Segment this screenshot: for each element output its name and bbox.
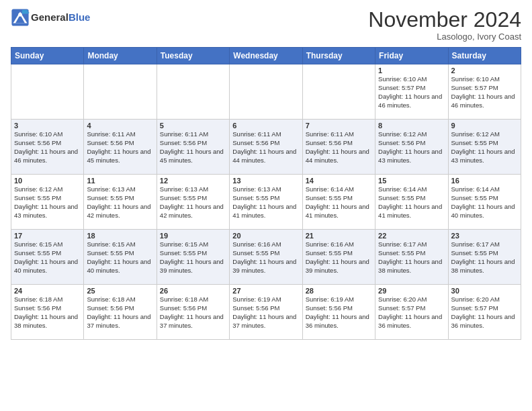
- calendar-cell: 3Sunrise: 6:10 AMSunset: 5:56 PMDaylight…: [11, 120, 84, 175]
- calendar-cell: 2Sunrise: 6:10 AMSunset: 5:57 PMDaylight…: [448, 64, 521, 120]
- calendar-cell: [230, 64, 302, 120]
- day-number: 10: [14, 177, 81, 185]
- calendar-cell: 6Sunrise: 6:11 AMSunset: 5:56 PMDaylight…: [230, 120, 302, 175]
- calendar-cell: [84, 64, 157, 120]
- calendar-cell: 23Sunrise: 6:17 AMSunset: 5:55 PMDayligh…: [448, 230, 521, 285]
- calendar-cell: 19Sunrise: 6:15 AMSunset: 5:55 PMDayligh…: [157, 230, 229, 285]
- day-number: 7: [306, 122, 372, 130]
- day-number: 6: [232, 122, 299, 130]
- calendar-cell: 20Sunrise: 6:16 AMSunset: 5:55 PMDayligh…: [230, 230, 302, 285]
- calendar-week-row: 1Sunrise: 6:10 AMSunset: 5:57 PMDaylight…: [11, 64, 521, 120]
- calendar-cell: 10Sunrise: 6:12 AMSunset: 5:55 PMDayligh…: [11, 175, 84, 230]
- calendar-cell: 11Sunrise: 6:13 AMSunset: 5:55 PMDayligh…: [84, 175, 157, 230]
- calendar-cell: 24Sunrise: 6:18 AMSunset: 5:56 PMDayligh…: [11, 285, 84, 340]
- day-info: Sunrise: 6:11 AMSunset: 5:56 PMDaylight:…: [306, 130, 372, 165]
- day-info: Sunrise: 6:14 AMSunset: 5:55 PMDaylight:…: [378, 185, 445, 220]
- day-info: Sunrise: 6:14 AMSunset: 5:55 PMDaylight:…: [306, 185, 372, 220]
- logo-icon: [11, 8, 30, 27]
- day-info: Sunrise: 6:15 AMSunset: 5:55 PMDaylight:…: [87, 240, 153, 275]
- day-info: Sunrise: 6:13 AMSunset: 5:55 PMDaylight:…: [232, 185, 299, 220]
- day-number: 22: [378, 232, 445, 240]
- day-info: Sunrise: 6:12 AMSunset: 5:55 PMDaylight:…: [14, 185, 81, 220]
- day-number: 8: [378, 122, 445, 130]
- day-number: 27: [232, 287, 299, 295]
- logo-text: GeneralBlue: [31, 11, 90, 24]
- logo: GeneralBlue: [11, 8, 90, 27]
- day-info: Sunrise: 6:19 AMSunset: 5:56 PMDaylight:…: [306, 295, 372, 330]
- calendar-cell: 1Sunrise: 6:10 AMSunset: 5:57 PMDaylight…: [375, 64, 448, 120]
- day-info: Sunrise: 6:10 AMSunset: 5:57 PMDaylight:…: [378, 75, 445, 109]
- day-number: 5: [160, 122, 226, 130]
- calendar-cell: 17Sunrise: 6:15 AMSunset: 5:55 PMDayligh…: [11, 230, 84, 285]
- calendar-cell: 13Sunrise: 6:13 AMSunset: 5:55 PMDayligh…: [230, 175, 302, 230]
- day-number: 15: [378, 177, 445, 185]
- location-subtitle: Lasologo, Ivory Coast: [368, 32, 521, 42]
- day-info: Sunrise: 6:12 AMSunset: 5:55 PMDaylight:…: [451, 130, 518, 165]
- day-number: 12: [160, 177, 226, 185]
- calendar-cell: 29Sunrise: 6:20 AMSunset: 5:57 PMDayligh…: [375, 285, 448, 340]
- day-number: 21: [306, 232, 372, 240]
- calendar-cell: 26Sunrise: 6:18 AMSunset: 5:56 PMDayligh…: [157, 285, 229, 340]
- calendar-cell: [302, 64, 375, 120]
- day-number: 28: [306, 287, 372, 295]
- day-info: Sunrise: 6:17 AMSunset: 5:55 PMDaylight:…: [378, 240, 445, 275]
- calendar-cell: [11, 64, 84, 120]
- calendar-header-wednesday: Wednesday: [230, 48, 302, 64]
- day-number: 14: [306, 177, 372, 185]
- day-number: 11: [87, 177, 153, 185]
- day-info: Sunrise: 6:16 AMSunset: 5:55 PMDaylight:…: [306, 240, 372, 275]
- calendar-cell: 8Sunrise: 6:12 AMSunset: 5:56 PMDaylight…: [375, 120, 448, 175]
- page-container: GeneralBlue November 2024 Lasologo, Ivor…: [0, 0, 532, 345]
- calendar-header-thursday: Thursday: [302, 48, 375, 64]
- day-info: Sunrise: 6:16 AMSunset: 5:55 PMDaylight:…: [232, 240, 299, 275]
- day-info: Sunrise: 6:18 AMSunset: 5:56 PMDaylight:…: [160, 295, 226, 330]
- day-number: 17: [14, 232, 81, 240]
- day-info: Sunrise: 6:13 AMSunset: 5:55 PMDaylight:…: [87, 185, 153, 220]
- calendar-cell: 9Sunrise: 6:12 AMSunset: 5:55 PMDaylight…: [448, 120, 521, 175]
- day-number: 2: [451, 66, 518, 75]
- day-info: Sunrise: 6:20 AMSunset: 5:57 PMDaylight:…: [451, 295, 518, 330]
- title-block: November 2024 Lasologo, Ivory Coast: [368, 8, 521, 42]
- day-info: Sunrise: 6:15 AMSunset: 5:55 PMDaylight:…: [14, 240, 81, 275]
- day-number: 1: [378, 66, 445, 75]
- day-info: Sunrise: 6:17 AMSunset: 5:55 PMDaylight:…: [451, 240, 518, 275]
- calendar-header-friday: Friday: [375, 48, 448, 64]
- day-info: Sunrise: 6:19 AMSunset: 5:56 PMDaylight:…: [232, 295, 299, 330]
- calendar-week-row: 24Sunrise: 6:18 AMSunset: 5:56 PMDayligh…: [11, 285, 521, 340]
- day-number: 16: [451, 177, 518, 185]
- calendar-cell: 22Sunrise: 6:17 AMSunset: 5:55 PMDayligh…: [375, 230, 448, 285]
- calendar-cell: 30Sunrise: 6:20 AMSunset: 5:57 PMDayligh…: [448, 285, 521, 340]
- calendar-cell: 4Sunrise: 6:11 AMSunset: 5:56 PMDaylight…: [84, 120, 157, 175]
- svg-point-3: [18, 13, 22, 17]
- day-number: 24: [14, 287, 81, 295]
- calendar-cell: 5Sunrise: 6:11 AMSunset: 5:56 PMDaylight…: [157, 120, 229, 175]
- calendar-table: SundayMondayTuesdayWednesdayThursdayFrid…: [11, 47, 521, 340]
- calendar-cell: 27Sunrise: 6:19 AMSunset: 5:56 PMDayligh…: [230, 285, 302, 340]
- day-number: 23: [451, 232, 518, 240]
- calendar-header-sunday: Sunday: [11, 48, 84, 64]
- day-info: Sunrise: 6:11 AMSunset: 5:56 PMDaylight:…: [232, 130, 299, 165]
- calendar-cell: 12Sunrise: 6:13 AMSunset: 5:55 PMDayligh…: [157, 175, 229, 230]
- day-info: Sunrise: 6:11 AMSunset: 5:56 PMDaylight:…: [160, 130, 226, 165]
- calendar-cell: 21Sunrise: 6:16 AMSunset: 5:55 PMDayligh…: [302, 230, 375, 285]
- calendar-cell: 28Sunrise: 6:19 AMSunset: 5:56 PMDayligh…: [302, 285, 375, 340]
- page-header: GeneralBlue November 2024 Lasologo, Ivor…: [11, 8, 521, 42]
- day-number: 9: [451, 122, 518, 130]
- day-info: Sunrise: 6:11 AMSunset: 5:56 PMDaylight:…: [87, 130, 153, 165]
- day-number: 19: [160, 232, 226, 240]
- calendar-week-row: 3Sunrise: 6:10 AMSunset: 5:56 PMDaylight…: [11, 120, 521, 175]
- calendar-cell: 7Sunrise: 6:11 AMSunset: 5:56 PMDaylight…: [302, 120, 375, 175]
- calendar-header-tuesday: Tuesday: [157, 48, 229, 64]
- day-info: Sunrise: 6:12 AMSunset: 5:56 PMDaylight:…: [378, 130, 445, 165]
- day-number: 3: [14, 122, 81, 130]
- day-info: Sunrise: 6:14 AMSunset: 5:55 PMDaylight:…: [451, 185, 518, 220]
- day-number: 18: [87, 232, 153, 240]
- calendar-cell: 16Sunrise: 6:14 AMSunset: 5:55 PMDayligh…: [448, 175, 521, 230]
- logo-blue: Blue: [69, 11, 91, 23]
- day-number: 30: [451, 287, 518, 295]
- calendar-cell: 18Sunrise: 6:15 AMSunset: 5:55 PMDayligh…: [84, 230, 157, 285]
- calendar-header-row: SundayMondayTuesdayWednesdayThursdayFrid…: [11, 48, 521, 64]
- calendar-week-row: 10Sunrise: 6:12 AMSunset: 5:55 PMDayligh…: [11, 175, 521, 230]
- day-info: Sunrise: 6:13 AMSunset: 5:55 PMDaylight:…: [160, 185, 226, 220]
- day-number: 20: [232, 232, 299, 240]
